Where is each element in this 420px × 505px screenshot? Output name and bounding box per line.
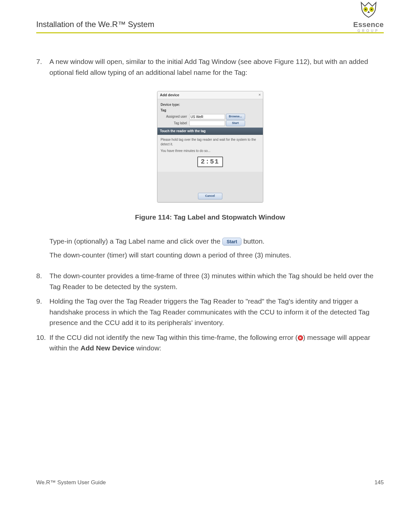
svg-point-3 (371, 9, 372, 10)
error-icon: ✕ (298, 335, 303, 341)
step-9: 9. Holding the Tag over the Tag Reader t… (36, 296, 384, 328)
device-type-value: Tag (161, 108, 166, 112)
figure-114: Add device × Device type: Tag Assigned u… (36, 91, 384, 205)
figure-caption: Figure 114: Tag Label and Stopwatch Wind… (36, 212, 384, 223)
instruction-line-1: Please hold tag over the tag reader and … (161, 137, 260, 147)
step-number: 7. (36, 56, 42, 67)
step-7-sub: Type-in (optionally) a Tag Label name an… (49, 236, 384, 261)
dialog-titlebar: Add device × (157, 91, 263, 99)
owl-icon (355, 0, 382, 20)
step-7-sub2: The down-counter (timer) will start coun… (49, 250, 384, 261)
assigned-user-input[interactable] (189, 114, 225, 119)
step-text: Holding the Tag over the Tag Reader trig… (49, 297, 370, 326)
step-8: 8. The down-counter provides a time-fram… (36, 271, 384, 292)
footer-doc-title: We.R™ System User Guide (36, 479, 106, 486)
close-icon[interactable]: × (259, 92, 261, 98)
logo-group-text: GROUP (353, 29, 384, 33)
instruction-bar: Touch the reader with the tag (157, 128, 263, 135)
step-text: The down-counter provides a time-frame o… (49, 272, 374, 290)
brand-logo: Essence GROUP (353, 0, 384, 33)
page-section-title: Installation of the We.R™ System (36, 20, 384, 31)
inline-start-button[interactable]: Start (222, 238, 241, 246)
tag-label-input[interactable] (189, 121, 225, 126)
step-number: 10. (36, 332, 46, 343)
footer-page-number: 145 (375, 479, 384, 486)
browse-button[interactable]: Browse... (226, 114, 245, 120)
start-button[interactable]: Start (226, 120, 245, 126)
instruction-line-2: You have three minutes to do so... (161, 149, 260, 153)
header-rule (36, 32, 384, 33)
device-type-label: Device type: (161, 102, 180, 107)
tag-label-label: Tag label (161, 121, 187, 126)
add-new-device-bold: Add New Device (81, 344, 134, 352)
step-7: 7. A new window will open, similar to th… (36, 56, 384, 78)
dialog-title: Add device (160, 93, 180, 97)
step-10-pre: If the CCU did not identify the new Tag … (49, 334, 298, 341)
step-text: A new window will open, similar to the i… (49, 58, 368, 76)
step-number: 9. (36, 296, 42, 307)
step-10-tail: window: (134, 344, 161, 352)
step-10: 10. If the CCU did not identify the new … (36, 332, 384, 354)
step-7-sub1-post: button. (243, 237, 265, 245)
cancel-button[interactable]: Cancel (198, 193, 222, 199)
step-number: 8. (36, 271, 42, 282)
svg-point-2 (365, 9, 366, 10)
assigned-user-label: Assigned user (161, 114, 187, 119)
add-device-dialog: Add device × Device type: Tag Assigned u… (157, 91, 263, 202)
step-7-sub1-pre: Type-in (optionally) a Tag Label name an… (49, 237, 222, 245)
logo-text: Essence (353, 20, 384, 29)
countdown-timer: 2:51 (197, 157, 223, 167)
